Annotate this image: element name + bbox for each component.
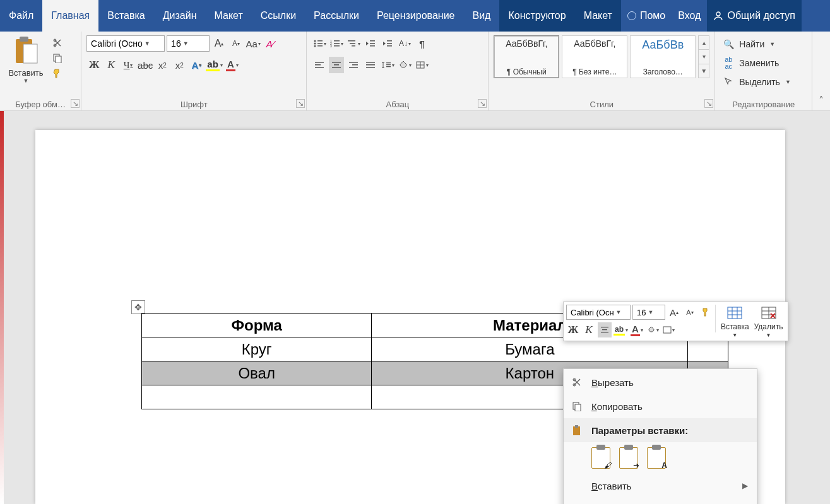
replace-button[interactable]: abac Заменить <box>720 54 807 72</box>
mini-grow-font[interactable]: A▴ <box>667 305 681 320</box>
share-button[interactable]: Общий доступ <box>707 0 802 32</box>
find-button[interactable]: 🔍 Найти ▼ <box>720 35 807 53</box>
tab-home[interactable]: Главная <box>42 0 98 32</box>
paste-merge-formatting[interactable]: ➜ <box>619 447 638 469</box>
tab-table-design[interactable]: Конструктор <box>499 0 574 32</box>
tab-table-layout[interactable]: Макет <box>575 0 621 32</box>
mini-italic[interactable]: К <box>582 322 596 337</box>
tab-view[interactable]: Вид <box>463 0 499 32</box>
delete-table-icon <box>761 305 777 321</box>
mini-toolbar: Calibri (Осн▼ 16▼ A▴ A▾ Ж К ab A <box>563 302 788 341</box>
mini-format-painter[interactable] <box>699 305 713 320</box>
underline-button[interactable]: Ч <box>121 57 136 73</box>
mini-shrink-font[interactable]: A▾ <box>683 305 697 320</box>
svg-rect-20 <box>348 40 355 42</box>
paste-text-only[interactable]: A <box>647 447 666 469</box>
style-heading1[interactable]: АаБбВв Заголово… <box>630 35 696 78</box>
svg-rect-42 <box>386 64 391 65</box>
mini-highlight[interactable]: ab <box>614 322 628 337</box>
svg-rect-28 <box>387 45 392 47</box>
multilevel-list-button[interactable] <box>346 35 361 52</box>
font-color-button[interactable]: A <box>225 57 240 73</box>
search-icon: 🔍 <box>723 39 734 49</box>
mini-align-center[interactable] <box>598 322 612 337</box>
font-name-combo[interactable]: Calibri (Осно▼ <box>86 35 165 52</box>
svg-rect-7 <box>56 56 61 63</box>
mini-size-combo[interactable]: 16▼ <box>632 305 665 320</box>
ctx-cut[interactable]: ВВырезатьырезать <box>564 370 757 394</box>
tab-review[interactable]: Рецензирование <box>368 0 464 32</box>
shading-button[interactable] <box>397 57 412 73</box>
tab-mailings[interactable]: Рассылки <box>305 0 368 32</box>
align-center-button[interactable] <box>329 57 344 73</box>
table-move-handle[interactable]: ✥ <box>131 300 145 314</box>
increase-indent-button[interactable] <box>380 35 395 52</box>
bold-button[interactable]: Ж <box>86 57 102 73</box>
bullets-button[interactable] <box>312 35 327 52</box>
ctx-insert[interactable]: Вставить ▶ <box>564 474 757 498</box>
paste-button[interactable]: Вставить ▼ <box>5 35 47 84</box>
clipboard-dialog-launcher[interactable]: ↘ <box>71 99 80 108</box>
svg-rect-21 <box>350 43 355 44</box>
svg-rect-13 <box>317 45 323 47</box>
tab-design[interactable]: Дизайн <box>154 0 206 32</box>
tab-file[interactable]: Файл <box>0 0 42 32</box>
copy-icon[interactable] <box>50 52 64 64</box>
show-marks-button[interactable]: ¶ <box>414 35 429 52</box>
styles-dialog-launcher[interactable]: ↘ <box>704 99 713 108</box>
subscript-button[interactable]: x2 <box>155 57 170 73</box>
shrink-font-button[interactable]: A▾ <box>228 35 244 52</box>
svg-rect-49 <box>601 332 608 332</box>
signin-button[interactable]: Вход <box>672 0 707 32</box>
tab-references[interactable]: Ссылки <box>252 0 305 32</box>
ctx-copy[interactable]: Копировать <box>564 394 757 418</box>
align-right-button[interactable] <box>346 57 361 73</box>
svg-rect-64 <box>573 426 580 435</box>
collapse-ribbon-button[interactable]: ˄ <box>812 32 830 110</box>
strikethrough-button[interactable]: abc <box>138 57 153 73</box>
cut-icon[interactable] <box>50 37 64 49</box>
change-case-button[interactable]: Aa <box>246 35 261 52</box>
grow-font-button[interactable]: A▴ <box>211 35 227 52</box>
select-button[interactable]: Выделить ▼ <box>720 73 807 91</box>
decrease-indent-button[interactable] <box>363 35 378 52</box>
format-painter-icon[interactable] <box>50 67 64 79</box>
mini-bold[interactable]: Ж <box>566 322 580 337</box>
numbering-button[interactable]: 123 <box>329 35 344 52</box>
style-normal[interactable]: АаБбВвГг, ¶ Обычный <box>494 35 559 78</box>
group-styles-label: Стили <box>494 97 709 110</box>
line-spacing-button[interactable] <box>380 57 395 73</box>
italic-button[interactable]: К <box>104 57 119 73</box>
svg-rect-11 <box>317 43 323 44</box>
borders-button[interactable] <box>414 57 429 73</box>
font-name-value: Calibri (Осно <box>91 38 143 49</box>
mini-shading[interactable] <box>646 322 660 337</box>
paragraph-dialog-launcher[interactable]: ↘ <box>478 99 487 108</box>
tab-insert[interactable]: Вставка <box>98 0 153 32</box>
highlight-button[interactable]: ab <box>206 57 223 73</box>
style-no-spacing[interactable]: АаБбВвГг, ¶ Без инте… <box>562 35 627 78</box>
context-menu: ВВырезатьырезать Копировать Параметры вс… <box>563 368 757 504</box>
font-dialog-launcher[interactable]: ↘ <box>296 99 305 108</box>
svg-rect-63 <box>575 404 581 411</box>
align-left-button[interactable] <box>312 57 327 73</box>
superscript-button[interactable]: x2 <box>172 57 187 73</box>
styles-gallery[interactable]: АаБбВвГг, ¶ Обычный АаБбВвГг, ¶ Без инте… <box>494 35 709 78</box>
text-effects-button[interactable]: A <box>189 57 204 73</box>
font-size-combo[interactable]: 16▼ <box>167 35 210 52</box>
mini-font-combo[interactable]: Calibri (Осн▼ <box>566 305 631 320</box>
ctx-delete-cells[interactable]: Удалить ячейки… <box>564 498 757 504</box>
clear-formatting-button[interactable]: A⁄ <box>263 35 278 52</box>
tab-layout[interactable]: Макет <box>206 0 252 32</box>
table-header[interactable]: Форма <box>142 314 372 337</box>
justify-button[interactable] <box>363 57 378 73</box>
mini-font-color[interactable]: A <box>630 322 644 337</box>
tellme[interactable]: Помо <box>621 0 672 32</box>
sort-button[interactable]: A↓ <box>397 35 412 52</box>
styles-gallery-scroll[interactable]: ▴▾▼ <box>698 35 709 78</box>
mini-borders[interactable] <box>661 322 675 337</box>
mini-insert-button[interactable]: Вставка▼ <box>718 305 752 338</box>
clipboard-icon <box>12 35 40 67</box>
mini-delete-button[interactable]: Удалить▼ <box>752 305 786 338</box>
paste-keep-formatting[interactable]: 🖌 <box>591 447 610 469</box>
